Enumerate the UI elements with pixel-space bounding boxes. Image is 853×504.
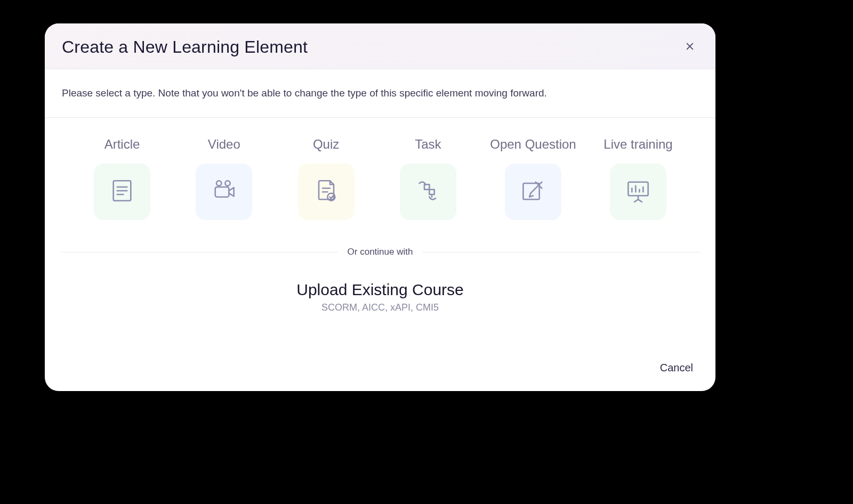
article-icon	[107, 176, 137, 208]
svg-rect-6	[429, 190, 434, 194]
type-option-video[interactable]: Video	[184, 137, 264, 220]
type-label: Quiz	[313, 137, 339, 152]
create-learning-element-modal: Create a New Learning Element Please sel…	[45, 23, 715, 391]
video-icon	[209, 176, 239, 208]
modal-footer: Cancel	[656, 359, 697, 377]
type-tile	[610, 164, 666, 220]
type-tile	[505, 164, 561, 220]
type-label: Video	[208, 137, 240, 152]
type-tile	[298, 164, 355, 220]
type-option-quiz[interactable]: Quiz	[286, 137, 366, 220]
type-label: Article	[104, 137, 140, 152]
type-tile	[94, 164, 150, 220]
type-option-live-training[interactable]: Live training	[598, 137, 678, 220]
modal-body: Please select a type. Note that you won'…	[45, 69, 715, 319]
modal-header: Create a New Learning Element	[45, 23, 715, 69]
open-question-icon	[518, 176, 548, 208]
svg-rect-5	[424, 184, 429, 189]
type-options-row: Article Video	[61, 118, 699, 242]
close-button[interactable]	[681, 39, 698, 56]
type-label: Open Question	[490, 137, 576, 152]
upload-existing-course[interactable]: Upload Existing Course SCORM, AICC, xAPI…	[61, 262, 699, 319]
modal-title: Create a New Learning Element	[62, 37, 308, 57]
quiz-icon	[311, 176, 341, 208]
task-icon	[413, 176, 443, 208]
svg-point-2	[226, 181, 230, 185]
close-icon	[685, 41, 695, 54]
instruction-text: Please select a type. Note that you won'…	[62, 87, 699, 99]
type-option-task[interactable]: Task	[388, 137, 468, 220]
type-option-article[interactable]: Article	[82, 137, 162, 220]
live-training-icon	[623, 176, 653, 208]
type-tile	[196, 164, 252, 220]
svg-point-1	[216, 181, 221, 185]
or-continue-label: Or continue with	[338, 247, 423, 257]
upload-title: Upload Existing Course	[61, 281, 699, 299]
type-option-open-question[interactable]: Open Question	[490, 137, 576, 220]
or-continue-divider: Or continue with	[61, 242, 699, 262]
type-tile	[400, 164, 456, 220]
type-label: Task	[415, 137, 441, 152]
svg-rect-3	[215, 187, 229, 197]
type-label: Live training	[603, 137, 672, 152]
cancel-button[interactable]: Cancel	[656, 359, 697, 377]
svg-rect-8	[628, 182, 648, 196]
upload-subtitle: SCORM, AICC, xAPI, CMI5	[61, 302, 699, 313]
